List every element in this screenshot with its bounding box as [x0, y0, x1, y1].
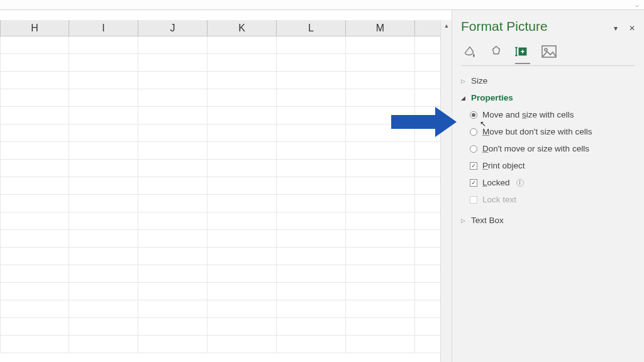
radio-button[interactable] [470, 128, 477, 136]
cell[interactable] [138, 265, 208, 283]
move-size-radio-option[interactable]: Move but don't size with cells [470, 123, 635, 140]
cell[interactable] [277, 265, 346, 283]
cell[interactable] [208, 177, 277, 195]
cell[interactable] [277, 36, 346, 54]
scroll-up-button[interactable]: ▲ [441, 20, 452, 31]
cell[interactable] [69, 89, 138, 107]
tab-picture-icon[interactable] [540, 43, 558, 60]
cell[interactable] [208, 124, 277, 142]
cell[interactable] [138, 248, 208, 265]
cell[interactable] [346, 160, 415, 177]
cell[interactable] [208, 72, 277, 89]
column-header[interactable]: I [69, 20, 138, 36]
cell[interactable] [0, 212, 69, 230]
column-header[interactable]: J [138, 20, 208, 36]
cell[interactable] [346, 300, 415, 318]
cell[interactable] [69, 124, 138, 142]
column-header[interactable]: M [346, 20, 415, 36]
cell[interactable] [138, 300, 208, 318]
cell[interactable] [346, 107, 415, 124]
ribbon-collapse-chevron[interactable]: ⌵ [635, 1, 639, 8]
cell[interactable] [69, 248, 138, 265]
cell[interactable] [0, 265, 69, 283]
cell[interactable] [69, 265, 138, 283]
cell[interactable] [346, 336, 415, 353]
cell[interactable] [0, 36, 69, 54]
cell[interactable] [208, 142, 277, 160]
section-textbox-header[interactable]: ▷ Text Box [461, 212, 635, 229]
cell[interactable] [138, 107, 208, 124]
cell[interactable] [138, 142, 208, 160]
radio-button[interactable] [470, 111, 477, 119]
cell[interactable] [138, 177, 208, 195]
cell[interactable] [208, 230, 277, 248]
cell[interactable] [346, 212, 415, 230]
cell[interactable] [138, 336, 208, 353]
cell[interactable] [208, 195, 277, 212]
cell[interactable] [346, 89, 415, 107]
cell[interactable] [69, 318, 138, 336]
cell[interactable] [208, 265, 277, 283]
cell[interactable] [346, 195, 415, 212]
cell[interactable] [277, 283, 346, 300]
cell[interactable] [277, 300, 346, 318]
cell[interactable] [277, 336, 346, 353]
cell[interactable] [69, 195, 138, 212]
cell[interactable] [208, 107, 277, 124]
cell[interactable] [277, 195, 346, 212]
cell[interactable] [277, 212, 346, 230]
cell[interactable] [138, 318, 208, 336]
cell[interactable] [138, 212, 208, 230]
cell[interactable] [208, 212, 277, 230]
tab-effects-icon[interactable] [487, 43, 505, 60]
locked-info-icon[interactable]: i [516, 179, 524, 187]
cell[interactable] [277, 89, 346, 107]
locked-checkbox[interactable] [470, 179, 477, 187]
cell[interactable] [346, 142, 415, 160]
cell[interactable] [69, 212, 138, 230]
cell[interactable] [0, 124, 69, 142]
cell[interactable] [69, 160, 138, 177]
pane-options-dropdown[interactable]: ▾ [614, 24, 618, 33]
column-header[interactable]: H [0, 20, 69, 36]
move-size-radio-option[interactable]: Don't move or size with cells [470, 140, 635, 157]
radio-button[interactable] [470, 145, 477, 153]
cell[interactable] [208, 89, 277, 107]
cell[interactable] [277, 177, 346, 195]
cell[interactable] [346, 248, 415, 265]
cell[interactable] [277, 160, 346, 177]
column-header[interactable]: K [208, 20, 277, 36]
cell[interactable] [69, 177, 138, 195]
cell[interactable] [208, 160, 277, 177]
cell[interactable] [69, 230, 138, 248]
cell[interactable] [208, 54, 277, 72]
vertical-scrollbar[interactable]: ▲ [440, 20, 452, 362]
cell[interactable] [346, 230, 415, 248]
cell[interactable] [138, 195, 208, 212]
cell[interactable] [0, 54, 69, 72]
grid-body[interactable] [0, 36, 440, 353]
cell[interactable] [346, 177, 415, 195]
cell[interactable] [277, 142, 346, 160]
cell[interactable] [138, 72, 208, 89]
cell[interactable] [208, 283, 277, 300]
cell[interactable] [0, 336, 69, 353]
cell[interactable] [0, 72, 69, 89]
cell[interactable] [69, 283, 138, 300]
cell[interactable] [138, 36, 208, 54]
cell[interactable] [0, 318, 69, 336]
cell[interactable] [346, 36, 415, 54]
cell[interactable] [69, 336, 138, 353]
cell[interactable] [346, 318, 415, 336]
cell[interactable] [138, 54, 208, 72]
cell[interactable] [277, 230, 346, 248]
cell[interactable] [208, 248, 277, 265]
cell[interactable] [69, 72, 138, 89]
cell[interactable] [0, 248, 69, 265]
pane-close-button[interactable]: ✕ [629, 24, 635, 33]
cell[interactable] [346, 54, 415, 72]
locked-option[interactable]: Locked i [470, 174, 635, 191]
cell[interactable] [138, 160, 208, 177]
cell[interactable] [69, 54, 138, 72]
cell[interactable] [0, 230, 69, 248]
